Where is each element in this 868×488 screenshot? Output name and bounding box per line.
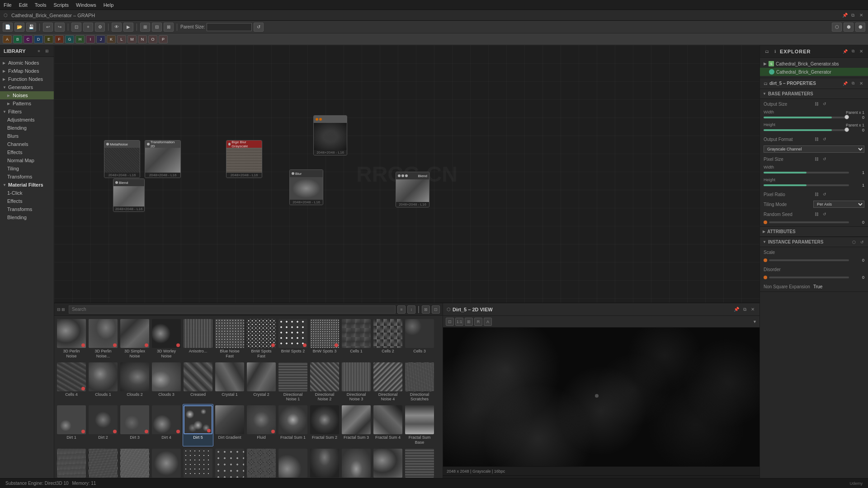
tree-fxmap-nodes[interactable]: ▶ FxMap Nodes (0, 67, 54, 75)
type-o[interactable]: O (148, 35, 157, 43)
thumb-dir-noise4[interactable]: Directional Noise 4 (373, 361, 403, 404)
lib-icon-grid[interactable]: ⊞ (44, 48, 50, 54)
tree-blurs[interactable]: Blurs (0, 132, 54, 140)
tree-tiling[interactable]: Tiling (0, 164, 54, 173)
type-f[interactable]: F (55, 35, 64, 43)
link-icon3[interactable]: ⛓ (813, 156, 820, 162)
menu-scripts[interactable]: Scripts (53, 2, 69, 8)
explorer-file-item[interactable]: ▶ S Cathedral_Brick_Generator.sbs (760, 60, 868, 68)
type-i[interactable]: I (86, 35, 95, 43)
pixel-width-slider-track[interactable] (764, 172, 849, 174)
type-j[interactable]: J (96, 35, 105, 43)
pin-icon[interactable]: 📌 (842, 13, 848, 18)
float-icon[interactable]: ⧉ (850, 48, 856, 55)
thumb-dirt4[interactable]: Dirt 4 (151, 404, 182, 446)
thumb-cells4[interactable]: Cells 4 (56, 361, 87, 404)
node-transform2d[interactable]: Transformation 2D 2048×2048 - L16 (145, 140, 181, 178)
thumb-clouds3[interactable]: Clouds 3 (151, 361, 182, 404)
link-icon4[interactable]: ⛓ (813, 191, 820, 197)
tree-channels[interactable]: Channels (0, 140, 54, 148)
node-blur[interactable]: Blur 2048×2048 - L16 (289, 169, 323, 205)
explorer-graph-item[interactable]: Cathedral_Brick_Generator (760, 68, 868, 76)
type-n[interactable]: N (138, 35, 147, 43)
reset-icon[interactable]: ↺ (821, 101, 828, 107)
link-btn[interactable]: ⬡ (832, 23, 842, 32)
type-k[interactable]: K (107, 35, 116, 43)
thumb-fractal-sum2[interactable]: Fractal Sum 2 (309, 404, 340, 446)
sort-btn[interactable]: ↕ (407, 305, 415, 314)
link-icon[interactable]: ⛓ (813, 101, 820, 107)
thumb-3d-perlin[interactable]: 3D Perlin Noise (56, 318, 87, 360)
pin-icon[interactable]: 📌 (842, 48, 848, 55)
render-btn[interactable]: ▶ (123, 23, 133, 32)
view2d-canvas[interactable] (443, 328, 760, 466)
layout-btn[interactable]: ⊠ (164, 23, 174, 32)
thumb-bnw-spots3[interactable]: BnW Spots 3 (309, 318, 340, 360)
tree-patterns[interactable]: ▶ Patterns (0, 99, 54, 108)
menu-help[interactable]: Help (104, 2, 114, 8)
tree-generators[interactable]: ▼ Generators (0, 83, 54, 91)
thumb-bnw-spots2[interactable]: BnW Spots 2 (278, 318, 308, 360)
pin-icon[interactable]: 📌 (842, 80, 848, 87)
reset-icon5[interactable]: ↺ (821, 211, 828, 217)
menu-windows[interactable]: Windows (76, 2, 96, 8)
thumb-3d-worley[interactable]: 3D Worley Noise (151, 318, 182, 360)
close-icon[interactable]: ✕ (858, 80, 864, 87)
tree-function-nodes[interactable]: ▶ Function Nodes (0, 75, 54, 83)
type-l[interactable]: L (117, 35, 126, 43)
menu-edit[interactable]: Edit (19, 2, 28, 8)
tree-filters[interactable]: ▼ Filters (0, 108, 54, 116)
expand-btn[interactable]: ⊡ (432, 305, 440, 314)
thumb-cells3[interactable]: Cells 3 (404, 318, 435, 360)
node-bige-blur[interactable]: Bige Blur Grayscale 2048×2048 - L16 (226, 140, 262, 178)
collapse-btn[interactable]: ⊠ (422, 305, 430, 314)
pin-icon[interactable]: 📌 (733, 306, 740, 313)
instance-icon2[interactable]: ↺ (859, 239, 865, 245)
node-blend1[interactable]: Blend 2048×2048 - L16 (113, 178, 145, 212)
explorer-info-icon[interactable]: ℹ (772, 48, 778, 55)
thumb-crystal1[interactable]: Crystal 1 (214, 361, 245, 404)
thumb-clouds2[interactable]: Clouds 2 (119, 361, 150, 404)
instance-params-header[interactable]: ▼ INSTANCE PARAMETERS ⬡ ↺ (760, 237, 868, 247)
tree-mat-oneclick[interactable]: 1-Click (0, 189, 54, 197)
thumb-dirt2[interactable]: Dirt 2 (88, 404, 118, 446)
thumb-fractal-base[interactable]: Fractal Sum Base (404, 404, 435, 446)
redo-btn[interactable]: ↪ (55, 23, 65, 32)
tree-mat-blending[interactable]: Blending (0, 213, 54, 221)
tree-adjustments[interactable]: Adjustments (0, 116, 54, 124)
tiling-mode-select[interactable]: Per Axis (813, 201, 864, 208)
library-search-input[interactable] (69, 305, 396, 314)
thumb-dir-scratch[interactable]: Directional Scratches (404, 361, 435, 404)
tree-effects[interactable]: Effects (0, 148, 54, 156)
type-p[interactable]: P (159, 35, 168, 43)
reset-icon2[interactable]: ↺ (821, 136, 828, 142)
thumb-creased[interactable]: Creased (183, 361, 213, 404)
float-icon[interactable]: ⧉ (741, 306, 748, 313)
tree-normalmap[interactable]: Normal Map (0, 156, 54, 164)
lib-view-icon[interactable]: ⊟ (57, 307, 61, 312)
scale-slider-track[interactable] (769, 259, 849, 261)
export-btn[interactable]: ⬣ (855, 23, 865, 32)
graph-canvas[interactable]: RRCG.CN (54, 45, 760, 303)
channel-btn[interactable]: R (474, 318, 482, 326)
link-icon2[interactable]: ⛓ (813, 136, 820, 142)
thumb-clouds1[interactable]: Clouds 1 (88, 361, 118, 404)
refresh-btn[interactable]: ↺ (254, 23, 264, 32)
thumb-aniso[interactable]: Anisotro... (183, 318, 213, 360)
thumb-cells2[interactable]: Cells 2 (373, 318, 403, 360)
thumb-dir-noise2[interactable]: Directional Noise 2 (309, 361, 340, 404)
type-e[interactable]: E (44, 35, 53, 43)
thumb-dirt-gradient[interactable]: Dirt Gradient (214, 404, 245, 446)
tree-mat-effects[interactable]: Effects (0, 197, 54, 205)
node-blend2[interactable]: Blend 2048×2048 - L16 (396, 172, 429, 207)
thumb-fractal-sum1[interactable]: Fractal Sum 1 (278, 404, 308, 446)
lib-grid-icon[interactable]: ⊞ (61, 307, 65, 312)
thumb-fractal-sum3[interactable]: Fractal Sum 3 (341, 404, 372, 446)
type-m[interactable]: M (127, 35, 137, 43)
node-metalnoise[interactable]: MetalNoise 2048×2048 - L16 (104, 140, 140, 178)
reset-icon4[interactable]: ↺ (821, 191, 828, 197)
thumb-fractal-sum4[interactable]: Fractal Sum 4 (373, 404, 403, 446)
filter-btn[interactable]: ≡ (397, 305, 406, 314)
type-g[interactable]: G (65, 35, 74, 43)
thumb-dirt1[interactable]: Dirt 1 (56, 404, 87, 446)
